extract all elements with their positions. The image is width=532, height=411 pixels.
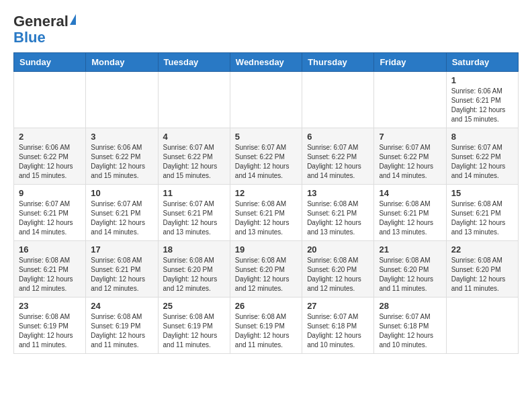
day-number: 13 xyxy=(307,188,369,198)
day-info: Sunrise: 6:07 AM Sunset: 6:22 PM Dayligh… xyxy=(379,143,441,181)
day-number: 3 xyxy=(91,132,152,142)
calendar-cell: 21Sunrise: 6:08 AM Sunset: 6:20 PM Dayli… xyxy=(374,241,446,298)
calendar-cell xyxy=(158,72,230,128)
calendar-cell: 13Sunrise: 6:08 AM Sunset: 6:21 PM Dayli… xyxy=(302,185,374,241)
calendar-cell: 12Sunrise: 6:08 AM Sunset: 6:21 PM Dayli… xyxy=(230,185,302,241)
day-number: 6 xyxy=(307,132,369,142)
calendar-cell: 18Sunrise: 6:08 AM Sunset: 6:20 PM Dayli… xyxy=(158,241,230,298)
day-number: 22 xyxy=(451,244,513,255)
day-info: Sunrise: 6:07 AM Sunset: 6:22 PM Dayligh… xyxy=(451,143,513,181)
day-number: 4 xyxy=(163,132,225,142)
calendar-cell: 27Sunrise: 6:07 AM Sunset: 6:18 PM Dayli… xyxy=(302,298,374,354)
calendar-header-row: SundayMondayTuesdayWednesdayThursdayFrid… xyxy=(14,53,519,72)
day-info: Sunrise: 6:08 AM Sunset: 6:21 PM Dayligh… xyxy=(451,199,513,237)
day-info: Sunrise: 6:08 AM Sunset: 6:21 PM Dayligh… xyxy=(91,256,152,293)
day-info: Sunrise: 6:07 AM Sunset: 6:22 PM Dayligh… xyxy=(307,143,369,181)
day-number: 24 xyxy=(91,301,152,311)
calendar-week-row: 23Sunrise: 6:08 AM Sunset: 6:19 PM Dayli… xyxy=(14,298,519,354)
calendar-cell: 11Sunrise: 6:07 AM Sunset: 6:21 PM Dayli… xyxy=(158,185,230,241)
day-info: Sunrise: 6:07 AM Sunset: 6:18 PM Dayligh… xyxy=(379,312,441,350)
day-info: Sunrise: 6:07 AM Sunset: 6:18 PM Dayligh… xyxy=(307,312,369,350)
logo-triangle-icon xyxy=(70,14,76,25)
day-info: Sunrise: 6:08 AM Sunset: 6:21 PM Dayligh… xyxy=(379,199,441,237)
day-info: Sunrise: 6:08 AM Sunset: 6:19 PM Dayligh… xyxy=(91,312,152,350)
day-info: Sunrise: 6:08 AM Sunset: 6:20 PM Dayligh… xyxy=(379,256,441,293)
day-info: Sunrise: 6:07 AM Sunset: 6:21 PM Dayligh… xyxy=(91,199,152,237)
day-number: 28 xyxy=(379,301,441,311)
day-header-monday: Monday xyxy=(86,53,158,72)
day-info: Sunrise: 6:07 AM Sunset: 6:22 PM Dayligh… xyxy=(235,143,297,181)
day-header-saturday: Saturday xyxy=(446,53,518,72)
day-number: 16 xyxy=(19,244,81,255)
calendar-cell xyxy=(86,72,158,128)
day-header-wednesday: Wednesday xyxy=(230,53,302,72)
day-info: Sunrise: 6:06 AM Sunset: 6:21 PM Dayligh… xyxy=(451,87,513,124)
day-number: 18 xyxy=(163,244,225,255)
day-info: Sunrise: 6:07 AM Sunset: 6:21 PM Dayligh… xyxy=(163,199,225,237)
day-info: Sunrise: 6:08 AM Sunset: 6:19 PM Dayligh… xyxy=(19,312,81,350)
day-number: 23 xyxy=(19,301,81,311)
day-number: 21 xyxy=(379,244,441,255)
day-info: Sunrise: 6:08 AM Sunset: 6:20 PM Dayligh… xyxy=(451,256,513,293)
calendar-cell: 4Sunrise: 6:07 AM Sunset: 6:22 PM Daylig… xyxy=(158,128,230,185)
calendar-cell: 25Sunrise: 6:08 AM Sunset: 6:19 PM Dayli… xyxy=(158,298,230,354)
day-number: 25 xyxy=(163,301,225,311)
day-info: Sunrise: 6:08 AM Sunset: 6:20 PM Dayligh… xyxy=(163,256,225,293)
calendar-cell: 20Sunrise: 6:08 AM Sunset: 6:20 PM Dayli… xyxy=(302,241,374,298)
day-number: 12 xyxy=(235,188,297,198)
day-info: Sunrise: 6:08 AM Sunset: 6:21 PM Dayligh… xyxy=(235,199,297,237)
calendar-cell xyxy=(230,72,302,128)
day-number: 1 xyxy=(451,75,513,85)
calendar-week-row: 9Sunrise: 6:07 AM Sunset: 6:21 PM Daylig… xyxy=(14,185,519,241)
day-info: Sunrise: 6:08 AM Sunset: 6:19 PM Dayligh… xyxy=(235,312,297,350)
calendar-cell: 1Sunrise: 6:06 AM Sunset: 6:21 PM Daylig… xyxy=(446,72,518,128)
calendar-table: SundayMondayTuesdayWednesdayThursdayFrid… xyxy=(13,52,519,354)
calendar-cell: 26Sunrise: 6:08 AM Sunset: 6:19 PM Dayli… xyxy=(230,298,302,354)
day-number: 20 xyxy=(307,244,369,255)
calendar-cell: 6Sunrise: 6:07 AM Sunset: 6:22 PM Daylig… xyxy=(302,128,374,185)
day-info: Sunrise: 6:08 AM Sunset: 6:19 PM Dayligh… xyxy=(163,312,225,350)
calendar-cell: 14Sunrise: 6:08 AM Sunset: 6:21 PM Dayli… xyxy=(374,185,446,241)
calendar-cell xyxy=(374,72,446,128)
day-info: Sunrise: 6:08 AM Sunset: 6:20 PM Dayligh… xyxy=(235,256,297,293)
logo-blue: Blue xyxy=(13,29,46,46)
calendar-cell: 10Sunrise: 6:07 AM Sunset: 6:21 PM Dayli… xyxy=(86,185,158,241)
day-header-tuesday: Tuesday xyxy=(158,53,230,72)
calendar-cell: 22Sunrise: 6:08 AM Sunset: 6:20 PM Dayli… xyxy=(446,241,518,298)
logo: General Blue xyxy=(13,13,76,46)
day-number: 11 xyxy=(163,188,225,198)
day-number: 19 xyxy=(235,244,297,255)
page-header: General Blue xyxy=(13,13,519,46)
day-number: 15 xyxy=(451,188,513,198)
day-number: 10 xyxy=(91,188,152,198)
logo-general: General xyxy=(13,13,69,30)
day-header-friday: Friday xyxy=(374,53,446,72)
calendar-cell xyxy=(446,298,518,354)
day-number: 14 xyxy=(379,188,441,198)
day-header-sunday: Sunday xyxy=(14,53,86,72)
calendar-cell: 15Sunrise: 6:08 AM Sunset: 6:21 PM Dayli… xyxy=(446,185,518,241)
calendar-cell: 28Sunrise: 6:07 AM Sunset: 6:18 PM Dayli… xyxy=(374,298,446,354)
day-info: Sunrise: 6:07 AM Sunset: 6:22 PM Dayligh… xyxy=(163,143,225,181)
day-number: 7 xyxy=(379,132,441,142)
day-number: 27 xyxy=(307,301,369,311)
calendar-cell: 9Sunrise: 6:07 AM Sunset: 6:21 PM Daylig… xyxy=(14,185,86,241)
calendar-week-row: 1Sunrise: 6:06 AM Sunset: 6:21 PM Daylig… xyxy=(14,72,519,128)
calendar-cell: 17Sunrise: 6:08 AM Sunset: 6:21 PM Dayli… xyxy=(86,241,158,298)
day-number: 26 xyxy=(235,301,297,311)
calendar-cell xyxy=(14,72,86,128)
day-info: Sunrise: 6:06 AM Sunset: 6:22 PM Dayligh… xyxy=(91,143,152,181)
day-info: Sunrise: 6:07 AM Sunset: 6:21 PM Dayligh… xyxy=(19,199,81,237)
calendar-week-row: 2Sunrise: 6:06 AM Sunset: 6:22 PM Daylig… xyxy=(14,128,519,185)
day-info: Sunrise: 6:08 AM Sunset: 6:21 PM Dayligh… xyxy=(307,199,369,237)
calendar-cell xyxy=(302,72,374,128)
day-number: 5 xyxy=(235,132,297,142)
calendar-cell: 2Sunrise: 6:06 AM Sunset: 6:22 PM Daylig… xyxy=(14,128,86,185)
day-info: Sunrise: 6:08 AM Sunset: 6:21 PM Dayligh… xyxy=(19,256,81,293)
day-header-thursday: Thursday xyxy=(302,53,374,72)
day-number: 8 xyxy=(451,132,513,142)
day-number: 2 xyxy=(19,132,81,142)
calendar-cell: 16Sunrise: 6:08 AM Sunset: 6:21 PM Dayli… xyxy=(14,241,86,298)
calendar-week-row: 16Sunrise: 6:08 AM Sunset: 6:21 PM Dayli… xyxy=(14,241,519,298)
day-number: 9 xyxy=(19,188,81,198)
